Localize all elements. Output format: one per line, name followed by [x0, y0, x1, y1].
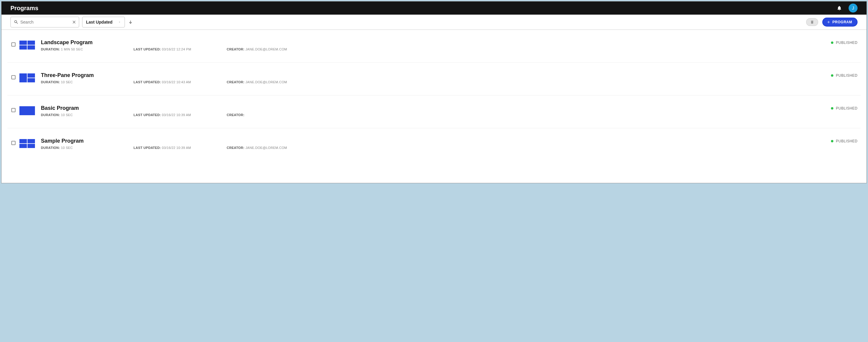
- chevron-down-icon: [118, 21, 121, 24]
- search-input[interactable]: [11, 17, 82, 27]
- meta-column: DURATION: 10 SEC: [41, 80, 133, 84]
- meta-label: LAST UPDATED:: [133, 47, 162, 51]
- row-main: Sample ProgramDURATION: 10 SECLAST UPDAT…: [41, 138, 831, 149]
- sort-direction-icon[interactable]: [128, 20, 133, 25]
- status-dot-icon: [831, 74, 833, 77]
- meta-column: LAST UPDATED: 03/16/22 10:39 AM: [133, 113, 227, 117]
- meta-label: CREATOR:: [227, 113, 244, 117]
- program-row[interactable]: Landscape ProgramDURATION: 1 MIN 50 SECL…: [7, 30, 861, 63]
- top-bar-actions: J: [837, 4, 858, 12]
- search-box: [10, 17, 79, 28]
- add-button-label: PROGRAM: [833, 20, 852, 24]
- meta-column: DURATION: 10 SEC: [41, 146, 133, 149]
- trash-icon: [810, 20, 814, 24]
- meta-label: DURATION:: [41, 113, 61, 117]
- status-dot-icon: [831, 140, 833, 142]
- meta-label: CREATOR:: [227, 80, 246, 84]
- meta-label: DURATION:: [41, 146, 61, 149]
- delete-button[interactable]: [806, 18, 818, 26]
- duration-value: 1 MIN 50 SEC: [61, 47, 83, 51]
- toolbar-left: Last Updated: [10, 17, 133, 28]
- notifications-icon[interactable]: [837, 5, 842, 11]
- app-frame: Programs J Last Updated: [1, 1, 867, 183]
- meta-column: DURATION: 10 SEC: [41, 113, 133, 117]
- meta-column: CREATOR: JANE.DOE@LOREM.COM: [227, 80, 831, 84]
- page-title: Programs: [10, 5, 38, 12]
- toolbar: Last Updated PROGRAM: [1, 14, 867, 30]
- row-main: Basic ProgramDURATION: 10 SECLAST UPDATE…: [41, 105, 831, 117]
- row-meta: DURATION: 10 SECLAST UPDATED: 03/16/22 1…: [41, 80, 831, 84]
- meta-label: LAST UPDATED:: [133, 146, 162, 149]
- meta-column: LAST UPDATED: 03/16/22 12:24 PM: [133, 47, 227, 51]
- status-badge: PUBLISHED: [831, 138, 861, 143]
- row-checkbox[interactable]: [11, 75, 16, 79]
- duration-value: 10 SEC: [61, 113, 73, 117]
- status-text: PUBLISHED: [836, 41, 858, 45]
- meta-column: DURATION: 1 MIN 50 SEC: [41, 47, 133, 51]
- meta-column: CREATOR:: [227, 113, 831, 117]
- last-updated-value: 03/16/22 10:39 AM: [162, 146, 191, 149]
- meta-column: LAST UPDATED: 03/16/22 10:43 AM: [133, 80, 227, 84]
- meta-label: CREATOR:: [227, 47, 246, 51]
- creator-value: JANE.DOE@LOREM.COM: [246, 80, 287, 84]
- row-checkbox[interactable]: [11, 108, 16, 112]
- meta-label: LAST UPDATED:: [133, 113, 162, 117]
- program-thumbnail: [20, 106, 35, 115]
- status-text: PUBLISHED: [836, 106, 858, 110]
- creator-value: JANE.DOE@LOREM.COM: [246, 146, 287, 149]
- search-icon: [14, 20, 19, 25]
- program-title: Basic Program: [41, 105, 831, 111]
- avatar-initial: J: [852, 6, 854, 10]
- sort-dropdown-label: Last Updated: [86, 20, 113, 25]
- program-row[interactable]: Basic ProgramDURATION: 10 SECLAST UPDATE…: [7, 96, 861, 128]
- clear-icon[interactable]: [72, 20, 76, 25]
- meta-column: LAST UPDATED: 03/16/22 10:39 AM: [133, 146, 227, 149]
- program-row[interactable]: Three-Pane ProgramDURATION: 10 SECLAST U…: [7, 63, 861, 96]
- status-text: PUBLISHED: [836, 139, 858, 143]
- top-bar: Programs J: [1, 1, 867, 14]
- program-list: Landscape ProgramDURATION: 1 MIN 50 SECL…: [1, 30, 867, 161]
- plus-icon: [827, 20, 831, 24]
- meta-column: CREATOR: JANE.DOE@LOREM.COM: [227, 47, 831, 51]
- program-thumbnail: [20, 41, 35, 49]
- status-badge: PUBLISHED: [831, 39, 861, 45]
- avatar[interactable]: J: [848, 4, 858, 12]
- meta-label: LAST UPDATED:: [133, 80, 162, 84]
- last-updated-value: 03/16/22 12:24 PM: [162, 47, 191, 51]
- row-main: Landscape ProgramDURATION: 1 MIN 50 SECL…: [41, 39, 831, 51]
- row-checkbox-wrap: [7, 72, 20, 79]
- row-checkbox[interactable]: [11, 141, 16, 145]
- last-updated-value: 03/16/22 10:43 AM: [162, 80, 191, 84]
- meta-label: DURATION:: [41, 80, 61, 84]
- program-title: Three-Pane Program: [41, 72, 831, 78]
- program-title: Sample Program: [41, 138, 831, 144]
- last-updated-value: 03/16/22 10:39 AM: [162, 113, 191, 117]
- row-checkbox-wrap: [7, 105, 20, 112]
- meta-label: DURATION:: [41, 47, 61, 51]
- row-checkbox-wrap: [7, 39, 20, 46]
- row-meta: DURATION: 10 SECLAST UPDATED: 03/16/22 1…: [41, 113, 831, 117]
- program-row[interactable]: Sample ProgramDURATION: 10 SECLAST UPDAT…: [7, 128, 861, 161]
- program-thumbnail: [20, 139, 35, 148]
- add-program-button[interactable]: PROGRAM: [822, 18, 858, 27]
- row-meta: DURATION: 1 MIN 50 SECLAST UPDATED: 03/1…: [41, 47, 831, 51]
- status-badge: PUBLISHED: [831, 72, 861, 78]
- program-thumbnail: [20, 73, 35, 82]
- status-dot-icon: [831, 41, 833, 44]
- sort-dropdown[interactable]: Last Updated: [82, 17, 125, 28]
- status-dot-icon: [831, 107, 833, 109]
- duration-value: 10 SEC: [61, 80, 73, 84]
- row-main: Three-Pane ProgramDURATION: 10 SECLAST U…: [41, 72, 831, 84]
- meta-label: CREATOR:: [227, 146, 246, 149]
- status-badge: PUBLISHED: [831, 105, 861, 110]
- row-meta: DURATION: 10 SECLAST UPDATED: 03/16/22 1…: [41, 146, 831, 149]
- status-text: PUBLISHED: [836, 73, 858, 78]
- duration-value: 10 SEC: [61, 146, 73, 149]
- creator-value: JANE.DOE@LOREM.COM: [246, 47, 287, 51]
- row-checkbox[interactable]: [11, 42, 16, 46]
- program-title: Landscape Program: [41, 39, 831, 46]
- row-checkbox-wrap: [7, 138, 20, 145]
- meta-column: CREATOR: JANE.DOE@LOREM.COM: [227, 146, 831, 149]
- toolbar-right: PROGRAM: [806, 18, 858, 27]
